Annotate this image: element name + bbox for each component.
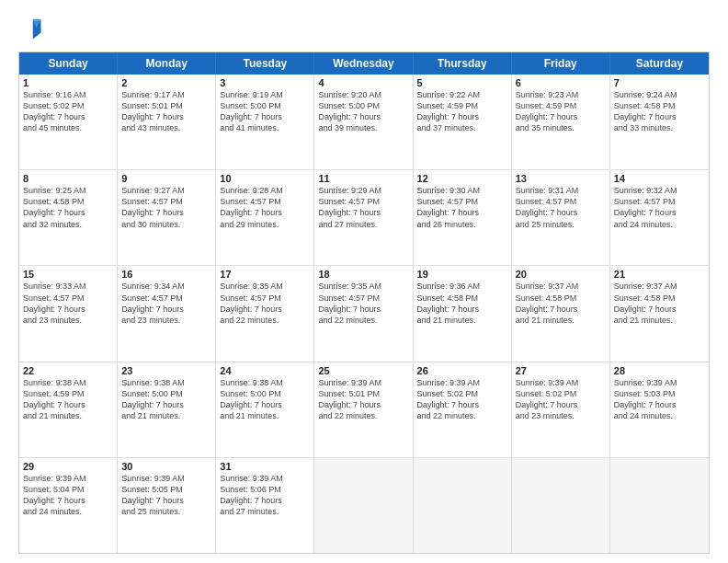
cell-info-line: Sunset: 4:57 PM bbox=[614, 196, 705, 207]
cell-info-line: Sunset: 5:01 PM bbox=[318, 388, 408, 399]
day-number: 28 bbox=[614, 365, 705, 376]
cell-info-line: Daylight: 7 hours bbox=[318, 207, 408, 218]
cell-info-line: Daylight: 7 hours bbox=[23, 304, 113, 315]
weekday-header: Sunday bbox=[19, 52, 118, 75]
day-number: 5 bbox=[417, 77, 507, 88]
calendar: SundayMondayTuesdayWednesdayThursdayFrid… bbox=[18, 52, 710, 554]
day-number: 18 bbox=[318, 269, 408, 280]
day-number: 26 bbox=[417, 365, 507, 376]
cell-info-line: Sunset: 4:57 PM bbox=[121, 293, 211, 304]
cell-info-line: and 24 minutes. bbox=[614, 410, 705, 421]
cell-info-line: Daylight: 7 hours bbox=[417, 399, 507, 410]
weekday-header: Monday bbox=[118, 52, 216, 75]
cell-info-line: Daylight: 7 hours bbox=[220, 111, 310, 122]
cell-info-line: Sunset: 5:02 PM bbox=[516, 388, 606, 399]
cell-info-line: Sunset: 5:02 PM bbox=[417, 388, 507, 399]
cell-info-line: Sunset: 5:00 PM bbox=[220, 100, 310, 111]
cell-info-line: Sunset: 5:02 PM bbox=[23, 100, 113, 111]
calendar-cell: 28Sunrise: 9:39 AMSunset: 5:03 PMDayligh… bbox=[610, 362, 709, 457]
cell-info-line: Sunrise: 9:17 AM bbox=[121, 89, 211, 100]
cell-info-line: Sunrise: 9:24 AM bbox=[614, 89, 705, 100]
cell-info-line: Sunrise: 9:38 AM bbox=[220, 377, 310, 388]
cell-info-line: and 24 minutes. bbox=[23, 506, 113, 517]
calendar-cell: 8Sunrise: 9:25 AMSunset: 4:58 PMDaylight… bbox=[19, 170, 118, 265]
header bbox=[18, 17, 710, 42]
calendar-row: 1Sunrise: 9:16 AMSunset: 5:02 PMDaylight… bbox=[19, 75, 709, 169]
cell-info-line: Sunrise: 9:20 AM bbox=[318, 89, 408, 100]
cell-info-line: and 23 minutes. bbox=[516, 410, 606, 421]
cell-info-line: Sunrise: 9:31 AM bbox=[516, 185, 606, 196]
cell-info-line: Sunrise: 9:35 AM bbox=[220, 281, 310, 292]
calendar-cell: 22Sunrise: 9:38 AMSunset: 4:59 PMDayligh… bbox=[19, 362, 118, 457]
cell-info-line: Sunset: 4:57 PM bbox=[516, 196, 606, 207]
cell-info-line: Sunrise: 9:35 AM bbox=[318, 281, 408, 292]
cell-info-line: and 25 minutes. bbox=[121, 506, 211, 517]
cell-info-line: and 43 minutes. bbox=[121, 122, 211, 133]
cell-info-line: and 21 minutes. bbox=[220, 410, 310, 421]
cell-info-line: and 21 minutes. bbox=[23, 410, 113, 421]
cell-info-line: Daylight: 7 hours bbox=[220, 207, 310, 218]
calendar-cell: 26Sunrise: 9:39 AMSunset: 5:02 PMDayligh… bbox=[414, 362, 512, 457]
calendar-cell: 20Sunrise: 9:37 AMSunset: 4:58 PMDayligh… bbox=[512, 266, 610, 361]
day-number: 13 bbox=[516, 173, 606, 184]
cell-info-line: and 24 minutes. bbox=[614, 219, 705, 230]
cell-info-line: Sunrise: 9:38 AM bbox=[23, 377, 113, 388]
calendar-cell: 9Sunrise: 9:27 AMSunset: 4:57 PMDaylight… bbox=[118, 170, 216, 265]
cell-info-line: Daylight: 7 hours bbox=[220, 495, 310, 506]
cell-info-line: Sunset: 4:57 PM bbox=[220, 293, 310, 304]
day-number: 6 bbox=[516, 77, 606, 88]
calendar-cell bbox=[512, 458, 610, 553]
cell-info-line: and 22 minutes. bbox=[417, 410, 507, 421]
cell-info-line: Sunrise: 9:34 AM bbox=[121, 281, 211, 292]
logo bbox=[18, 17, 46, 42]
cell-info-line: Sunset: 4:57 PM bbox=[318, 293, 408, 304]
day-number: 17 bbox=[220, 269, 310, 280]
cell-info-line: and 26 minutes. bbox=[417, 219, 507, 230]
cell-info-line: Sunrise: 9:30 AM bbox=[417, 185, 507, 196]
cell-info-line: Daylight: 7 hours bbox=[417, 207, 507, 218]
calendar-cell: 25Sunrise: 9:39 AMSunset: 5:01 PMDayligh… bbox=[314, 362, 413, 457]
cell-info-line: Sunset: 4:58 PM bbox=[614, 293, 705, 304]
cell-info-line: Sunrise: 9:37 AM bbox=[614, 281, 705, 292]
cell-info-line: Sunset: 4:59 PM bbox=[23, 388, 113, 399]
cell-info-line: Sunset: 4:58 PM bbox=[614, 100, 705, 111]
cell-info-line: and 32 minutes. bbox=[23, 219, 113, 230]
cell-info-line: Sunset: 4:57 PM bbox=[220, 196, 310, 207]
calendar-row: 15Sunrise: 9:33 AMSunset: 4:57 PMDayligh… bbox=[19, 265, 709, 361]
cell-info-line: and 23 minutes. bbox=[121, 315, 211, 326]
cell-info-line: Sunrise: 9:33 AM bbox=[23, 281, 113, 292]
calendar-cell: 18Sunrise: 9:35 AMSunset: 4:57 PMDayligh… bbox=[314, 266, 413, 361]
cell-info-line: Sunset: 4:57 PM bbox=[318, 196, 408, 207]
cell-info-line: Sunrise: 9:23 AM bbox=[516, 89, 606, 100]
calendar-cell: 21Sunrise: 9:37 AMSunset: 4:58 PMDayligh… bbox=[610, 266, 709, 361]
day-number: 8 bbox=[23, 173, 113, 184]
day-number: 1 bbox=[23, 77, 113, 88]
cell-info-line: Daylight: 7 hours bbox=[614, 111, 705, 122]
cell-info-line: Sunset: 5:06 PM bbox=[220, 484, 310, 495]
day-number: 29 bbox=[23, 461, 113, 472]
cell-info-line: Daylight: 7 hours bbox=[318, 304, 408, 315]
calendar-cell: 29Sunrise: 9:39 AMSunset: 5:04 PMDayligh… bbox=[19, 458, 118, 553]
calendar-row: 29Sunrise: 9:39 AMSunset: 5:04 PMDayligh… bbox=[19, 457, 709, 553]
calendar-cell: 31Sunrise: 9:39 AMSunset: 5:06 PMDayligh… bbox=[216, 458, 314, 553]
cell-info-line: Sunrise: 9:39 AM bbox=[614, 377, 705, 388]
cell-info-line: Daylight: 7 hours bbox=[121, 304, 211, 315]
cell-info-line: Daylight: 7 hours bbox=[614, 207, 705, 218]
cell-info-line: Sunrise: 9:16 AM bbox=[23, 89, 113, 100]
calendar-cell: 17Sunrise: 9:35 AMSunset: 4:57 PMDayligh… bbox=[216, 266, 314, 361]
cell-info-line: Sunset: 4:57 PM bbox=[417, 196, 507, 207]
cell-info-line: Daylight: 7 hours bbox=[220, 399, 310, 410]
cell-info-line: Sunrise: 9:36 AM bbox=[417, 281, 507, 292]
calendar-cell: 19Sunrise: 9:36 AMSunset: 4:58 PMDayligh… bbox=[414, 266, 512, 361]
cell-info-line: Daylight: 7 hours bbox=[318, 111, 408, 122]
calendar-cell: 3Sunrise: 9:19 AMSunset: 5:00 PMDaylight… bbox=[216, 75, 314, 169]
cell-info-line: Daylight: 7 hours bbox=[417, 304, 507, 315]
cell-info-line: and 29 minutes. bbox=[220, 219, 310, 230]
cell-info-line: Daylight: 7 hours bbox=[614, 304, 705, 315]
calendar-cell: 2Sunrise: 9:17 AMSunset: 5:01 PMDaylight… bbox=[118, 75, 216, 169]
cell-info-line: Daylight: 7 hours bbox=[516, 399, 606, 410]
cell-info-line: Daylight: 7 hours bbox=[23, 207, 113, 218]
calendar-header: SundayMondayTuesdayWednesdayThursdayFrid… bbox=[19, 52, 709, 75]
calendar-row: 8Sunrise: 9:25 AMSunset: 4:58 PMDaylight… bbox=[19, 169, 709, 265]
cell-info-line: Sunset: 5:00 PM bbox=[220, 388, 310, 399]
